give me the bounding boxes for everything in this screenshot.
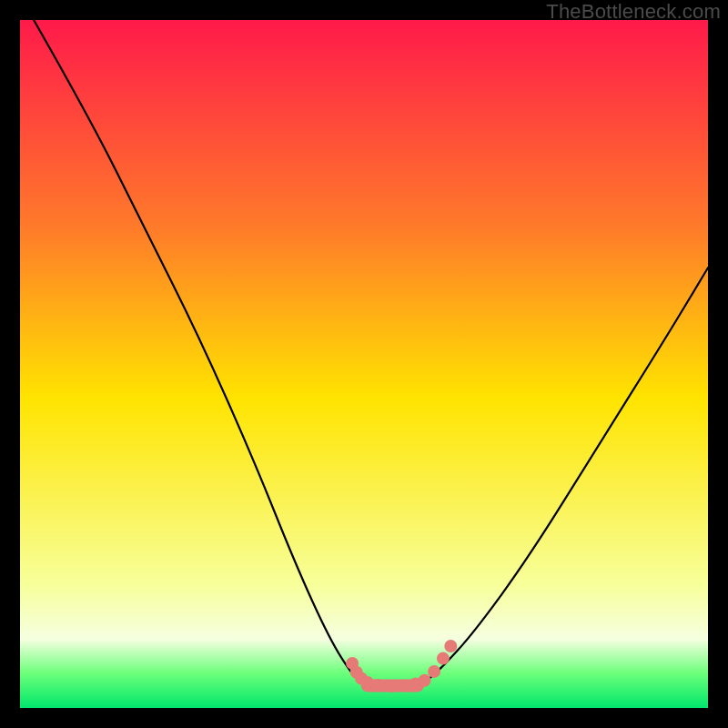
- valley-marker: [385, 680, 398, 693]
- chart-svg: [20, 20, 708, 708]
- valley-marker: [419, 674, 431, 687]
- gradient-background: [20, 20, 708, 708]
- plot-area: [20, 20, 708, 708]
- valley-marker: [371, 679, 384, 692]
- outer-frame: TheBottleneck.com: [0, 0, 728, 728]
- valley-marker: [437, 652, 450, 665]
- valley-marker: [428, 665, 440, 678]
- valley-marker: [444, 640, 457, 652]
